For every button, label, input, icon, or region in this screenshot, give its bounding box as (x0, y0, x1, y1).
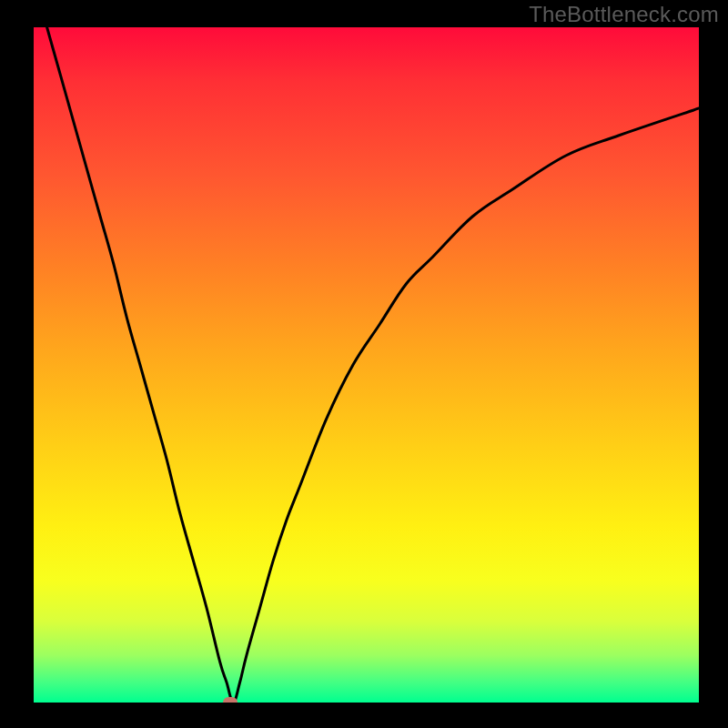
watermark-text: TheBottleneck.com (529, 2, 719, 27)
plot-area (34, 27, 699, 703)
chart-frame: TheBottleneck.com (0, 0, 728, 728)
minimum-marker (223, 697, 238, 703)
background-gradient (34, 27, 699, 703)
